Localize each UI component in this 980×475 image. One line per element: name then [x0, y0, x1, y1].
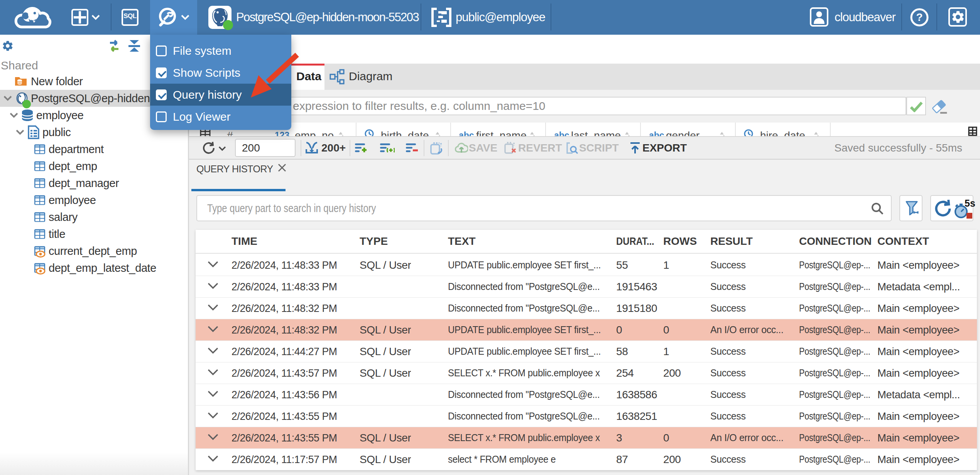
svg-text:5s: 5s: [965, 198, 975, 209]
svg-text:?: ?: [916, 11, 923, 23]
